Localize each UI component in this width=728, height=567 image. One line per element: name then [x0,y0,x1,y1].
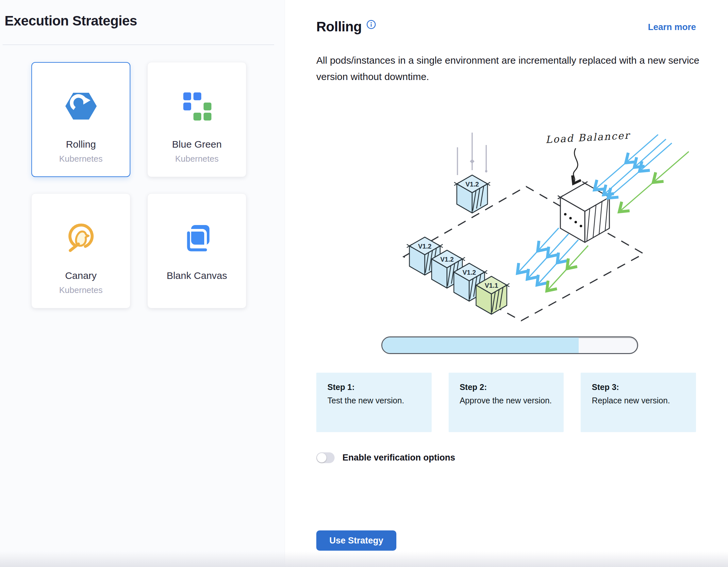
canary-icon [65,222,97,253]
strategy-card-label: Canary [65,270,97,281]
divider [3,44,274,45]
step-title: Step 3: [592,382,685,392]
execution-strategies-panel: Execution Strategies Rolling Kubernetes [0,0,285,567]
page-title: Execution Strategies [5,13,285,29]
load-balancer-label: Load Balancer [545,129,631,145]
step-text: Test the new version. [327,396,421,405]
step-card-1: Step 1: Test the new version. [316,373,432,432]
blank-canvas-icon [181,222,213,253]
load-balancer-box [558,182,609,242]
progress-fill [382,337,579,353]
step-card-3: Step 3: Replace new version. [581,373,696,432]
detail-title: Rolling [316,19,362,35]
blue-green-icon [181,91,213,122]
step-text: Replace new version. [592,396,685,405]
strategy-card-sublabel: Kubernetes [59,154,103,164]
strategy-description: All pods/instances in a single environme… [316,52,702,85]
strategy-card-label: Blank Canvas [167,270,227,281]
strategy-card-blue-green[interactable]: Blue Green Kubernetes [147,62,246,177]
step-card-2: Step 2: Approve the new version. [449,373,564,432]
rolling-strategy-illustration: V1.2 V1.2 V1.2 [376,113,699,322]
verification-toggle-row: Enable verification options [316,452,696,463]
svg-text:V1.2: V1.2 [465,181,479,188]
toggle-knob [317,453,326,462]
strategy-card-sublabel: Kubernetes [175,154,219,164]
load-balancer-pointer-arrow [573,148,578,183]
learn-more-link[interactable]: Learn more [648,22,696,32]
steps-row: Step 1: Test the new version. Step 2: Ap… [316,373,696,432]
use-strategy-button[interactable]: Use Strategy [316,530,396,551]
step-title: Step 1: [327,382,421,392]
strategy-card-rolling[interactable]: Rolling Kubernetes [31,62,130,177]
strategy-card-canary[interactable]: Canary Kubernetes [31,193,130,308]
info-icon[interactable] [366,20,376,29]
strategy-card-label: Rolling [66,139,96,150]
cube-old-version-pod: V1.1 [476,276,509,314]
strategy-card-blank-canvas[interactable]: Blank Canvas [147,193,246,308]
step-text: Approve the new version. [460,396,553,405]
crane-lines [457,133,488,175]
svg-text:V1.1: V1.1 [485,282,498,289]
strategy-card-label: Blue Green [172,139,222,150]
cube-incoming-pod: V1.2 [454,175,490,213]
rolling-icon [65,91,97,122]
strategy-detail-panel: Rolling Learn more All pods/instances in… [285,0,728,567]
verification-toggle[interactable] [316,452,335,463]
svg-text:V1.2: V1.2 [462,269,476,276]
svg-text:V1.2: V1.2 [440,256,454,263]
strategy-cards-grid: Rolling Kubernetes Blue Green Kubernetes [31,62,285,308]
svg-text:V1.2: V1.2 [418,243,431,250]
strategy-card-sublabel: Kubernetes [59,285,103,295]
step-title: Step 2: [460,382,553,392]
verification-toggle-label: Enable verification options [342,453,455,463]
detail-header: Rolling Learn more [316,19,696,35]
rollout-progress-bar [381,336,638,354]
